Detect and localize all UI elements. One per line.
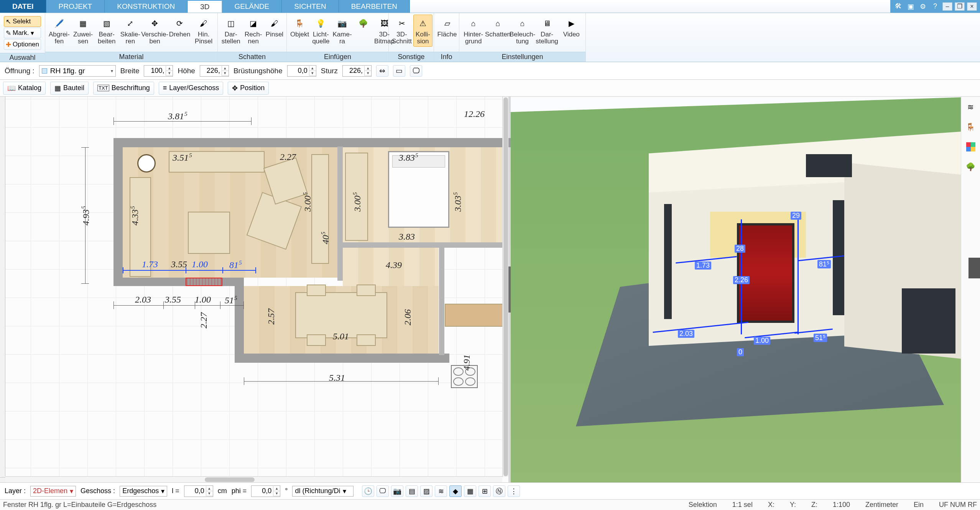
selected-door-3d[interactable] bbox=[737, 223, 794, 323]
assign-icon: ▦ bbox=[75, 16, 92, 30]
layers-panel-icon[interactable]: ≋ bbox=[964, 100, 977, 114]
material-verschieben[interactable]: ✥Verschie- ben bbox=[143, 15, 167, 47]
coffee-table bbox=[188, 212, 230, 254]
tab-3d[interactable]: 3D bbox=[187, 0, 222, 13]
monitor-button[interactable]: 🖵 bbox=[410, 65, 422, 77]
settings-darstellung[interactable]: 🖥Dar- stellung bbox=[535, 15, 559, 47]
tab-sichten[interactable]: SICHTEN bbox=[282, 0, 339, 13]
group-schatten-label: Schatten bbox=[218, 52, 286, 62]
material-zuweisen[interactable]: ▦Zuwei- sen bbox=[72, 15, 95, 47]
lab3d-1-00: 1.00 bbox=[754, 337, 770, 345]
dim-4-93: 4.93 bbox=[80, 206, 91, 225]
material-hinpinsel[interactable]: 🖌Hin. Pinsel bbox=[192, 15, 215, 47]
monitor-icon[interactable]: 🖵 bbox=[377, 485, 389, 497]
bauteil-button[interactable]: ▦Bauteil bbox=[50, 82, 89, 95]
select-button[interactable]: ↖Selekt bbox=[4, 16, 41, 27]
phi-input[interactable] bbox=[252, 486, 273, 496]
layers2-icon[interactable]: ≋ bbox=[435, 485, 447, 497]
dim-1-00: 1.00 bbox=[192, 259, 208, 270]
options-button[interactable]: ✚Optionen bbox=[4, 39, 41, 50]
lab3d-29: 29 bbox=[791, 212, 801, 220]
scrollbar-horizontal[interactable] bbox=[5, 476, 502, 482]
insert-lichtquelle[interactable]: 💡Licht- quelle bbox=[311, 15, 331, 47]
shadow-pinsel[interactable]: 🖌Pinsel bbox=[265, 15, 284, 40]
plan-2d-pane[interactable]: 3.81 12.26 bbox=[0, 97, 511, 482]
rect-button[interactable]: ▭ bbox=[393, 65, 405, 77]
info-flaeche[interactable]: ▱Fläche bbox=[436, 15, 458, 40]
tools-icon[interactable]: 🛠 bbox=[893, 2, 903, 12]
bruestung-spin[interactable]: ▴▾ bbox=[287, 65, 316, 77]
furniture-panel-icon[interactable]: 🪑 bbox=[964, 120, 977, 133]
insert-objekt[interactable]: 🪑Objekt bbox=[289, 15, 310, 40]
tree-panel-icon[interactable]: 🌳 bbox=[964, 160, 977, 173]
gear-icon[interactable]: ⚙ bbox=[918, 2, 928, 12]
tab-bearbeiten[interactable]: BEARBEITEN bbox=[339, 0, 410, 13]
camera2-icon[interactable]: 📷 bbox=[391, 485, 403, 497]
position-button[interactable]: ✥Position bbox=[228, 82, 269, 95]
shadow-darstellen[interactable]: ◫Dar- stellen bbox=[220, 15, 242, 47]
north-icon[interactable]: Ⓝ bbox=[493, 485, 505, 497]
layer-select[interactable]: 2D-Elemen▾ bbox=[30, 486, 76, 497]
sturz-spin[interactable]: ▴▾ bbox=[342, 65, 372, 77]
layer-geschoss-button[interactable]: ≡Layer/Geschoss bbox=[159, 82, 224, 95]
material-drehen[interactable]: ⟳Drehen bbox=[168, 15, 192, 40]
breite-spin[interactable]: ▴▾ bbox=[144, 65, 173, 77]
tab-konstruktion[interactable]: KONSTRUKTION bbox=[105, 0, 187, 13]
mirror-h-button[interactable]: ⇔ bbox=[376, 65, 388, 77]
insert-kamera[interactable]: 📷Kame- ra bbox=[332, 15, 353, 47]
mark-button[interactable]: ✎Mark.▾ bbox=[4, 28, 41, 38]
tab-gelaende[interactable]: GELÄNDE bbox=[222, 0, 282, 13]
bottom-control-bar: Layer : 2D-Elemen▾ Geschoss : Erdgeschos… bbox=[0, 482, 980, 499]
settings-hintergrund[interactable]: ⌂Hinter- grund bbox=[462, 15, 485, 47]
colors-panel-icon[interactable] bbox=[964, 140, 977, 153]
stack-icon[interactable]: ▤ bbox=[406, 485, 418, 497]
breite-input[interactable] bbox=[144, 66, 166, 76]
window-restore[interactable]: ❐ bbox=[955, 2, 965, 11]
wall bbox=[235, 354, 449, 363]
selected-door[interactable] bbox=[186, 278, 222, 286]
tab-projekt[interactable]: PROJEKT bbox=[46, 0, 105, 13]
oeffnung-combo[interactable]: RH 1flg. gr▾ bbox=[39, 65, 116, 77]
window-close[interactable]: × bbox=[967, 2, 977, 11]
grid-icon[interactable]: ⊞ bbox=[478, 485, 491, 497]
shadow-rechnen[interactable]: ◪Rech- nen bbox=[243, 15, 265, 47]
settings-video[interactable]: ▶Video bbox=[560, 15, 584, 40]
phi-spin[interactable]: ▴▾ bbox=[251, 485, 280, 497]
l-input[interactable] bbox=[184, 486, 206, 496]
right-slide-tab[interactable] bbox=[968, 258, 980, 278]
scrollbar-vertical[interactable] bbox=[502, 97, 508, 477]
geschoss-select[interactable]: Erdgeschos▾ bbox=[120, 486, 167, 497]
wire-icon[interactable]: ▦ bbox=[464, 485, 476, 497]
sonstige-3dschnitt[interactable]: ✂3D- Schnitt bbox=[391, 15, 413, 47]
clock-icon[interactable]: 🕒 bbox=[362, 485, 374, 497]
help-icon[interactable]: ? bbox=[930, 2, 940, 12]
window-minimize[interactable]: – bbox=[942, 2, 952, 11]
bruestung-input[interactable] bbox=[288, 66, 309, 76]
bulb-icon: 💡 bbox=[312, 16, 329, 30]
hoehe-spin[interactable]: ▴▾ bbox=[200, 65, 229, 77]
tab-datei[interactable]: DATEI bbox=[0, 0, 46, 13]
sturz-input[interactable] bbox=[343, 66, 364, 76]
settings-schatten[interactable]: ⌂Schatten bbox=[486, 15, 510, 40]
insert-baum[interactable]: 🌳 bbox=[354, 15, 373, 33]
view-3d-pane[interactable]: 2.03 1.00 51⁵ 1.73 81⁵ 2.26 29 28 0 ≋ 🪑 … bbox=[511, 97, 980, 482]
secondary-toolbar: 📖Katalog ▦Bauteil TXTBeschriftung ≡Layer… bbox=[0, 80, 980, 97]
sonstige-kollision[interactable]: ⚠Kolli- sion bbox=[413, 15, 432, 47]
beschriftung-button[interactable]: TXTBeschriftung bbox=[93, 82, 154, 95]
hatch-icon[interactable]: ▨ bbox=[420, 485, 432, 497]
solid-icon[interactable]: ◆ bbox=[449, 485, 462, 497]
l-spin[interactable]: ▴▾ bbox=[184, 485, 213, 497]
status-left-text: Fenster RH 1flg. gr L=Einbauteile G=Erdg… bbox=[3, 501, 156, 509]
hoehe-input[interactable] bbox=[200, 66, 222, 76]
material-abgreifen[interactable]: 🖊️Abgrei- fen bbox=[48, 15, 71, 47]
counter bbox=[445, 304, 506, 327]
settings-beleuchtung[interactable]: ⌂Beleuch- tung bbox=[511, 15, 534, 47]
dl-select[interactable]: dl (Richtung/Di▾ bbox=[292, 486, 354, 497]
material-bearbeiten[interactable]: ▧Bear- beiten bbox=[95, 15, 118, 47]
material-skalieren[interactable]: ⤢Skalie- ren bbox=[119, 15, 142, 47]
window-3d bbox=[833, 200, 844, 315]
katalog-button[interactable]: 📖Katalog bbox=[3, 82, 46, 95]
main-tabs: DATEI PROJEKT KONSTRUKTION 3D GELÄNDE SI… bbox=[0, 0, 980, 13]
box-icon[interactable]: ▣ bbox=[906, 2, 916, 12]
more-icon[interactable]: ⋮ bbox=[508, 485, 520, 497]
